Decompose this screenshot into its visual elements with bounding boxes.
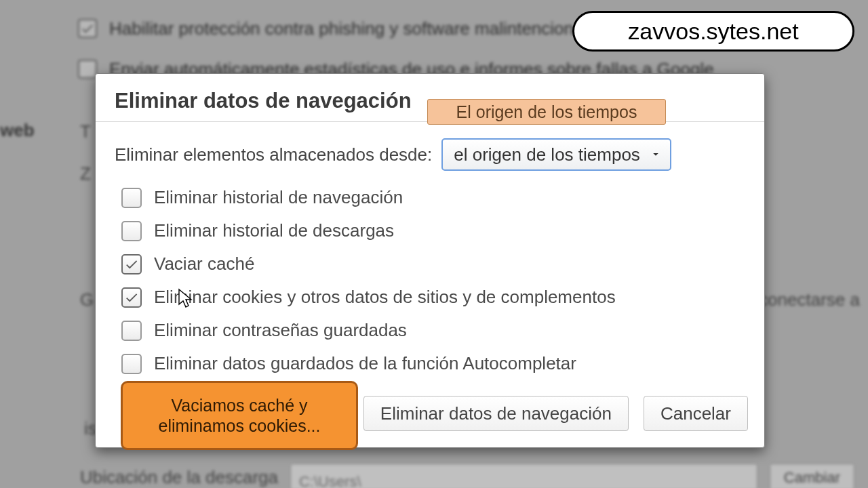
- bg-web-label: web: [0, 114, 35, 146]
- bg-download-change: Cambiar: [770, 464, 854, 488]
- annotation-time-range: El origen de los tiempos: [427, 99, 666, 125]
- checkbox-passwords[interactable]: [121, 321, 142, 341]
- cursor-icon: [177, 288, 195, 312]
- time-range-select[interactable]: el origen de los tiempos: [441, 138, 671, 171]
- bg-checkbox-phishing: [78, 19, 97, 38]
- watermark-url: zavvos.sytes.net: [572, 11, 854, 52]
- time-range-value: el origen de los tiempos: [454, 144, 640, 165]
- checkbox-downloads[interactable]: [121, 221, 142, 241]
- since-label: Eliminar elementos almacenados desde:: [115, 144, 432, 165]
- watermark-url-text: zavvos.sytes.net: [628, 18, 798, 45]
- cancel-button[interactable]: Cancelar: [644, 396, 748, 431]
- annotation-step: Vaciamos caché y eliminamos cookies...: [121, 381, 358, 450]
- option-label-downloads: Eliminar historial de descargas: [154, 220, 394, 241]
- confirm-clear-button[interactable]: Eliminar datos de navegación: [363, 396, 629, 431]
- checkbox-history[interactable]: [121, 188, 142, 208]
- bg-download-path: C:\Users\: [290, 464, 757, 488]
- annotation-step-text: Vaciamos caché y eliminamos cookies...: [132, 395, 347, 436]
- bg-frag-g: G: [80, 283, 94, 316]
- bg-frag-z: Z: [80, 157, 91, 190]
- checkbox-cookies[interactable]: [121, 287, 142, 308]
- bg-download-label: Ubicación de la descarga: [80, 461, 278, 488]
- confirm-clear-label: Eliminar datos de navegación: [380, 403, 612, 424]
- option-label-autofill: Eliminar datos guardados de la función A…: [154, 353, 576, 374]
- bg-option-phishing: Habilitar protección contra phishing y s…: [109, 12, 603, 45]
- bg-checkbox-stats: [78, 60, 97, 79]
- option-label-cookies: Eliminar cookies y otros datos de sitios…: [154, 287, 616, 308]
- option-label-cache: Vaciar caché: [154, 253, 254, 274]
- option-label-passwords: Eliminar contraseñas guardadas: [154, 320, 407, 341]
- checkbox-autofill[interactable]: [121, 354, 142, 374]
- cancel-label: Cancelar: [660, 403, 731, 424]
- checkbox-cache[interactable]: [121, 254, 142, 274]
- bg-frag-t: T: [80, 115, 91, 148]
- chevron-down-icon: [650, 144, 662, 165]
- annotation-time-range-text: El origen de los tiempos: [456, 102, 637, 122]
- option-label-history: Eliminar historial de navegación: [154, 187, 403, 208]
